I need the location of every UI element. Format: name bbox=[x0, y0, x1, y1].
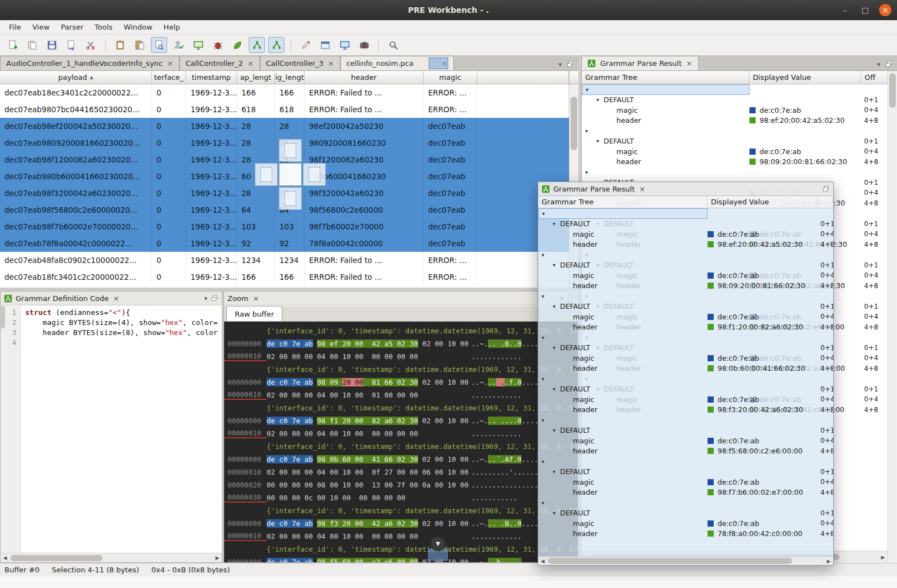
chevron-down-icon[interactable]: ▾ bbox=[596, 97, 604, 103]
new-window-button[interactable] bbox=[317, 37, 333, 53]
tree-row-default[interactable]: ▾DEFAULT0+1 bbox=[582, 95, 887, 106]
menu-item-help[interactable]: Help bbox=[158, 21, 186, 33]
menu-item-view[interactable]: View bbox=[27, 21, 55, 33]
float-icon[interactable] bbox=[566, 60, 574, 68]
code-horizontal-scrollbar[interactable]: ◀▶ bbox=[1, 553, 222, 562]
hex-row[interactable]: 00000000de c0 7e ab 98 f1 20 00 82 a6 02… bbox=[224, 414, 578, 427]
column-header-terface_[interactable]: terface_ bbox=[152, 71, 186, 84]
close-button[interactable]: × bbox=[879, 4, 891, 16]
tree-row-magic[interactable]: magicde:c0:7e:ab0+4 bbox=[538, 477, 833, 487]
menu-item-tools[interactable]: Tools bbox=[89, 21, 118, 33]
parse-all-button[interactable] bbox=[268, 37, 284, 53]
chevron-down-icon[interactable]: ▾ bbox=[542, 334, 549, 341]
tree-row-magic[interactable]: magicde:c0:7e:ab0+4 bbox=[538, 312, 833, 322]
scrollbar-handle[interactable] bbox=[548, 558, 792, 564]
tree-row-header[interactable]: header98:ef:20:00:42:a5:02:304+8 bbox=[582, 116, 887, 126]
tab-close-icon[interactable]: × bbox=[328, 59, 334, 68]
tree-row-header[interactable]: header78:f8:a0:00:42:c0:00:004+8 bbox=[538, 529, 833, 539]
tree-row-default[interactable]: ▾DEFAULT0+1 bbox=[582, 136, 887, 147]
maximize-button[interactable]: □ bbox=[859, 4, 871, 16]
tab-raw-buffer[interactable]: Raw buffer bbox=[226, 306, 282, 321]
column-header-header[interactable]: header bbox=[305, 71, 424, 84]
tree-row-magic[interactable]: magicde:c0:7e:ab0+4 bbox=[582, 105, 887, 116]
tree-row-packet[interactable]: ▾ bbox=[582, 167, 887, 178]
chevron-down-icon[interactable]: ▾ bbox=[542, 458, 549, 465]
search-button[interactable] bbox=[385, 37, 401, 53]
tree-row-default[interactable]: ▾DEFAULT0+1 bbox=[538, 384, 833, 395]
float-icon[interactable] bbox=[822, 185, 830, 193]
paste-special-button[interactable] bbox=[131, 37, 148, 53]
chevron-down-icon[interactable]: ▾ bbox=[553, 386, 560, 392]
table-row[interactable]: dec07eab98ef200042a50230020…01969-12-3…2… bbox=[0, 118, 569, 135]
tree-row-packet[interactable]: ▾ bbox=[538, 415, 833, 426]
tree-row-packet[interactable]: ▾ bbox=[538, 208, 833, 219]
chevron-down-icon[interactable]: ▾ bbox=[586, 87, 593, 93]
tree-row-header[interactable]: header98:f7:b6:00:02:e7:00:004+8 bbox=[538, 487, 833, 498]
dock-drop-zone-center[interactable] bbox=[279, 163, 302, 186]
chevron-down-icon[interactable]: ▾ bbox=[596, 138, 604, 144]
column-header-payload[interactable]: payload▲ bbox=[0, 71, 152, 84]
tree-row-default[interactable]: ▾DEFAULT0+1 bbox=[538, 302, 833, 312]
hex-row[interactable]: 0000001002 00 00 00 04 00 10 00 0f 27 00… bbox=[224, 466, 578, 479]
tree-row-packet[interactable]: ▾ bbox=[582, 84, 887, 95]
scroll-right-icon[interactable]: ▶ bbox=[879, 554, 887, 560]
close-icon[interactable]: × bbox=[113, 294, 120, 303]
capture-button[interactable] bbox=[356, 37, 372, 53]
screenshot-button[interactable] bbox=[190, 37, 206, 53]
tree-row-default[interactable]: ▾DEFAULT0+1 bbox=[538, 219, 833, 230]
minimize-button[interactable]: – bbox=[839, 4, 851, 16]
hex-dump-view[interactable]: {'interface_id': 0, 'timestamp': datetim… bbox=[224, 322, 578, 562]
table-row[interactable]: dec07eab18ec3401c2c20000022…01969-12-3…1… bbox=[0, 84, 569, 101]
table-row[interactable]: dec07eab18fc3401c2c20000022…01969-12-3…1… bbox=[0, 269, 569, 285]
column-header-timestamp[interactable]: timestamp bbox=[186, 71, 237, 84]
chevron-down-icon[interactable]: ▾ bbox=[542, 376, 549, 382]
tree-row-default[interactable]: ▾DEFAULT0+1 bbox=[538, 343, 833, 353]
table-row[interactable]: dec07eab98f7b60002e70000020…01969-12-3…1… bbox=[0, 218, 569, 235]
table-row[interactable]: dec07eab78f8a00042c0000022…01969-12-3…92… bbox=[0, 235, 569, 252]
tab-grammar-parse-result[interactable]: Grammar Parse Result× bbox=[581, 56, 699, 70]
tree-row-magic[interactable]: magicde:c0:7e:ab0+4 bbox=[582, 146, 887, 157]
tab-AudioController_1_handleVocoderInfo_sync[interactable]: AudioController_1_handleVocoderInfo_sync… bbox=[0, 56, 179, 70]
hex-row[interactable]: 0000003000 00 00 0c 00 10 00 00 00 00 00… bbox=[224, 491, 578, 504]
chevron-down-icon[interactable]: ▾ bbox=[585, 169, 592, 175]
close-icon[interactable]: × bbox=[253, 294, 259, 303]
tree-row-header[interactable]: header98:f3:20:00:42:a6:02:304+8 bbox=[538, 405, 833, 415]
tree-row-header[interactable]: header98:ef:20:00:42:a5:02:304+8 bbox=[538, 240, 833, 250]
splitter-handle[interactable] bbox=[0, 306, 5, 328]
column-header-magic[interactable]: magic bbox=[424, 71, 477, 84]
floating-horizontal-scrollbar[interactable]: ◀▶ bbox=[538, 556, 833, 565]
chevron-down-icon[interactable]: ▾ bbox=[204, 295, 207, 302]
hex-row[interactable]: 0000001002 00 00 00 04 00 10 00 01 00 00… bbox=[224, 389, 578, 401]
scrollbar-handle[interactable] bbox=[11, 555, 102, 561]
scroll-left-icon[interactable]: ◀ bbox=[1, 555, 10, 561]
tree-row-header[interactable]: header98:0b:60:00:41:66:02:304+8 bbox=[538, 364, 833, 374]
tree-row-packet[interactable]: ▾ bbox=[538, 332, 833, 343]
chevron-down-icon[interactable]: ▾ bbox=[553, 510, 560, 516]
hex-row[interactable]: 00000000de c0 7e ab 98 09 20 00 81 66 02… bbox=[224, 376, 578, 389]
chevron-down-icon[interactable]: ▾ bbox=[877, 61, 880, 68]
floating-grammar-parse-result-window[interactable]: Grammar Parse Result × Grammar TreeDispl… bbox=[538, 181, 834, 566]
tree-row-packet[interactable]: ▾ bbox=[538, 374, 833, 384]
menu-item-file[interactable]: File bbox=[3, 21, 27, 33]
edit-button[interactable] bbox=[297, 37, 314, 53]
tree-row-packet[interactable]: ▾ bbox=[582, 126, 887, 136]
table-row[interactable]: dec07eab48fa8c0902c10000022…01969-12-3…1… bbox=[0, 252, 569, 269]
menu-item-window[interactable]: Window bbox=[118, 21, 158, 33]
chevron-down-icon[interactable]: ▾ bbox=[542, 293, 549, 299]
cut-button[interactable] bbox=[83, 37, 99, 53]
tree-row-header[interactable]: header98:09:20:00:81:66:02:304+8 bbox=[538, 281, 833, 291]
tree-row-magic[interactable]: magicde:c0:7e:ab0+4 bbox=[538, 436, 833, 446]
parse-result-vertical-scrollbar[interactable] bbox=[887, 71, 897, 563]
tab-CallController_3[interactable]: CallController_3× bbox=[260, 56, 340, 70]
open-browser-button[interactable] bbox=[336, 37, 353, 53]
hex-row[interactable]: 00000000de c0 7e ab 98 0b 60 00 41 66 02… bbox=[224, 453, 578, 466]
column-header-ig_lengt[interactable]: ig_lengt bbox=[275, 71, 305, 84]
tree-row-packet[interactable]: ▾ bbox=[538, 291, 833, 302]
tree-row-header[interactable]: header98:f5:68:00:c2:e6:00:004+8 bbox=[538, 446, 833, 457]
tree-row-packet[interactable]: ▾ bbox=[538, 250, 833, 260]
tree-row-packet[interactable]: ▾ bbox=[538, 456, 833, 467]
import-button[interactable] bbox=[63, 37, 79, 53]
scrollbar-handle[interactable] bbox=[889, 73, 896, 108]
chevron-down-icon[interactable]: ▾ bbox=[553, 262, 560, 268]
chevron-down-icon[interactable]: ▾ bbox=[542, 417, 549, 423]
